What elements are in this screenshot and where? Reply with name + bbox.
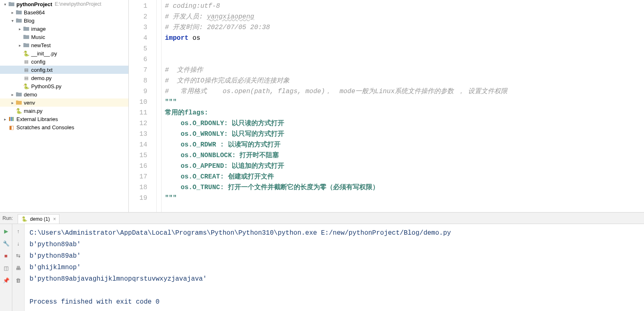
code-text: # 文件的IO操作完成后必须关闭连接对象 <box>165 77 290 85</box>
tree-label: config.txt <box>31 67 53 73</box>
tree-label: Scratches and Consoles <box>16 124 74 130</box>
python-file-icon: 🐍 <box>21 216 27 222</box>
scratches-icon: ◧ <box>8 124 15 130</box>
tree-scratches[interactable]: ◧ Scratches and Consoles <box>0 123 128 131</box>
project-name: pythonProject <box>16 1 52 7</box>
fold-gutter[interactable] <box>157 0 162 212</box>
tree-file-main[interactable]: 🐍 main.py <box>0 107 128 115</box>
chevron-right-icon: ▸ <box>9 10 16 15</box>
code-text: os.O_RDONLY: 以只读的方式打开 <box>165 120 284 127</box>
tree-file-demopy[interactable]: ▤ demo.py <box>0 74 128 82</box>
code-text: # coding:utf-8 <box>165 2 220 10</box>
chevron-down-icon: ▾ <box>9 18 16 23</box>
console-line <box>30 285 639 296</box>
tree-label: newTest <box>31 42 51 48</box>
run-label: Run: <box>2 215 13 221</box>
folder-icon <box>23 42 30 48</box>
up-arrow-icon[interactable]: ↑ <box>15 227 22 235</box>
tree-external-libraries[interactable]: ▸ External Libraries <box>0 115 128 123</box>
svg-rect-0 <box>9 117 10 121</box>
code-text: # 常用格式 os.open(path, flags, mode)， mode一… <box>165 88 507 95</box>
project-tree[interactable]: ▾ pythonProject E:\new\pythonProject ▸ B… <box>0 0 129 212</box>
tree-folder-demo[interactable]: ▸ demo <box>0 90 128 98</box>
code-text: os.O_APPEND: 以追加的方式打开 <box>165 162 284 170</box>
code-area[interactable]: # coding:utf-8 # 开发人员: yangxiaopeng # 开发… <box>162 0 644 212</box>
tree-folder-newtest[interactable]: ▸ newTest <box>0 41 128 49</box>
run-toolbar: Run: 🐍 demo (1) × <box>0 212 644 224</box>
run-tab-label: demo (1) <box>30 216 50 222</box>
console-line: b'ghijklmnop' <box>30 262 639 273</box>
run-tab[interactable]: 🐍 demo (1) × <box>18 214 59 224</box>
libraries-icon <box>8 116 15 122</box>
close-icon[interactable]: × <box>53 216 56 222</box>
console-line: b'python89abjavaghijklmnopqrstuvwxyzjava… <box>30 273 639 285</box>
console-line: b'python89ab' <box>30 239 639 250</box>
wrap-icon[interactable]: ⇆ <box>15 252 22 259</box>
pin-icon[interactable]: 📌 <box>2 277 10 284</box>
folder-icon <box>16 99 22 106</box>
chevron-right-icon: ▸ <box>9 92 16 97</box>
chevron-right-icon: ▸ <box>16 43 23 48</box>
tree-folder-music[interactable]: Music <box>0 33 128 41</box>
code-text: """ <box>165 98 177 106</box>
trash-icon[interactable]: 🗑 <box>15 277 22 284</box>
console-line: C:\Users\Administrator\AppData\Local\Pro… <box>30 227 639 239</box>
code-text: os.O_TRUNC: 打开一个文件并截断它的长度为零（必须有写权限） <box>165 184 379 191</box>
folder-icon <box>23 34 30 40</box>
code-text: 常用的flags: <box>165 109 208 117</box>
tree-file-python0s[interactable]: 🐍 Python0S.py <box>0 82 128 90</box>
tree-project-root[interactable]: ▾ pythonProject E:\new\pythonProject <box>0 0 128 8</box>
python-file-icon: 🐍 <box>23 50 30 57</box>
text-file-icon: ▤ <box>23 66 30 73</box>
code-text: # 文件操作 <box>165 66 203 74</box>
svg-rect-1 <box>11 117 12 121</box>
code-text: os.O_WRONLY: 以只写的方式打开 <box>165 130 284 138</box>
run-tool-column-2: ↑ ↓ ⇆ 🖶 🗑 <box>12 224 25 311</box>
tree-label: venv <box>24 100 35 106</box>
code-editor[interactable]: 12345678910111213141516171819 # coding:u… <box>129 0 644 212</box>
line-gutter: 12345678910111213141516171819 <box>129 0 157 212</box>
run-tool-column-1: ▶ 🔧 ■ ◫ 📌 <box>0 224 12 311</box>
code-text: """ <box>165 194 177 202</box>
folder-icon <box>16 17 22 24</box>
folder-icon <box>23 25 30 32</box>
tree-label: image <box>31 26 46 32</box>
code-text <box>165 43 644 54</box>
tree-file-config[interactable]: ▤ config <box>0 57 128 66</box>
python-file-icon: 🐍 <box>16 107 22 114</box>
tree-label: main.py <box>24 108 43 114</box>
project-path: E:\new\pythonProject <box>55 1 101 7</box>
console-output[interactable]: C:\Users\Administrator\AppData\Local\Pro… <box>25 224 644 311</box>
tree-file-configtxt[interactable]: ▤ config.txt <box>0 66 128 74</box>
code-text: os.O_NONBLOCK: 打开时不阻塞 <box>165 152 279 159</box>
down-arrow-icon[interactable]: ↓ <box>15 240 22 247</box>
file-icon: ▤ <box>23 75 30 81</box>
wrench-icon[interactable]: 🔧 <box>2 240 10 247</box>
console-line: b'python89ab' <box>30 250 639 262</box>
code-text: import <box>165 34 189 42</box>
code-text <box>165 54 644 65</box>
folder-icon <box>16 91 22 98</box>
tree-file-init[interactable]: 🐍 __init__.py <box>0 49 128 57</box>
chevron-right-icon: ▸ <box>9 101 16 105</box>
tree-label: demo <box>24 91 37 98</box>
file-icon: ▤ <box>23 58 30 65</box>
tree-label: __init__.py <box>31 50 57 57</box>
code-text: yangxiaopeng <box>207 13 254 21</box>
tree-folder-venv[interactable]: ▸ venv <box>0 98 128 107</box>
print-icon[interactable]: 🖶 <box>15 264 22 272</box>
chevron-right-icon: ▸ <box>16 27 23 31</box>
code-text: os <box>189 34 201 42</box>
tree-folder-base864[interactable]: ▸ Base864 <box>0 8 128 16</box>
tree-label: Music <box>31 34 45 40</box>
tree-folder-image[interactable]: ▸ image <box>0 25 128 33</box>
stop-icon[interactable]: ■ <box>2 252 10 259</box>
chevron-right-icon: ▸ <box>2 117 8 121</box>
run-icon[interactable]: ▶ <box>2 227 10 235</box>
layout-icon[interactable]: ◫ <box>2 264 10 272</box>
chevron-down-icon: ▾ <box>2 2 8 7</box>
svg-rect-2 <box>12 117 14 121</box>
console-line: Process finished with exit code 0 <box>30 296 639 308</box>
tree-folder-blog[interactable]: ▾ Blog <box>0 16 128 25</box>
code-text: os.O_CREAT: 创建或打开文件 <box>165 173 274 181</box>
